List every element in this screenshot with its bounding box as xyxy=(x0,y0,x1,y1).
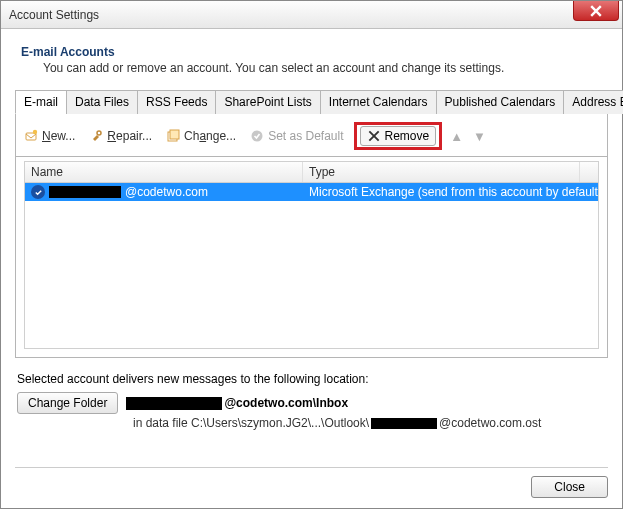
accounts-grid: Name Type @codetwo.com Microsoft Exchang… xyxy=(24,161,599,349)
tab-rss-feeds[interactable]: RSS Feeds xyxy=(137,90,216,114)
svg-point-5 xyxy=(252,131,263,142)
change-label: nge... xyxy=(206,129,236,143)
svg-point-1 xyxy=(33,130,37,134)
titlebar: Account Settings xyxy=(1,1,622,29)
tab-email[interactable]: E-mail xyxy=(15,90,67,114)
tab-address-books[interactable]: Address Books xyxy=(563,90,623,114)
new-label: ew... xyxy=(51,129,76,143)
section-heading: E-mail Accounts xyxy=(21,45,608,59)
svg-point-2 xyxy=(97,131,101,135)
change-button[interactable]: Change... xyxy=(162,127,240,145)
window-close-button[interactable] xyxy=(573,1,619,21)
new-label-u: N xyxy=(42,129,51,143)
tab-sharepoint-lists[interactable]: SharePoint Lists xyxy=(215,90,320,114)
tab-internet-calendars[interactable]: Internet Calendars xyxy=(320,90,437,114)
tab-strip: E-mail Data Files RSS Feeds SharePoint L… xyxy=(15,89,608,114)
repair-button[interactable]: Repair... xyxy=(85,127,156,145)
datafile-prefix: in data file C:\Users\szymon.JG2\...\Out… xyxy=(133,416,369,430)
close-icon xyxy=(590,5,602,17)
delivery-label: Selected account delivers new messages t… xyxy=(17,372,606,386)
delivery-section: Selected account delivers new messages t… xyxy=(15,372,608,430)
svg-rect-4 xyxy=(170,130,179,139)
default-account-icon xyxy=(31,185,45,199)
datafile-path: in data file C:\Users\szymon.JG2\...\Out… xyxy=(133,416,606,430)
location-suffix: @codetwo.com\Inbox xyxy=(224,396,348,410)
set-default-button: Set as Default xyxy=(246,127,347,145)
accounts-list-area: Name Type @codetwo.com Microsoft Exchang… xyxy=(15,157,608,358)
repair-icon xyxy=(89,129,103,143)
check-circle-icon xyxy=(250,129,264,143)
change-icon xyxy=(166,129,180,143)
col-spacer xyxy=(580,162,598,182)
account-settings-window: Account Settings E-mail Accounts You can… xyxy=(0,0,623,509)
remove-x-icon xyxy=(367,129,381,143)
set-default-label: Set as Default xyxy=(268,129,343,143)
delivery-location: @codetwo.com\Inbox xyxy=(126,396,348,410)
redacted-location xyxy=(126,397,222,410)
new-icon xyxy=(24,129,38,143)
remove-highlight: Remove xyxy=(354,122,443,150)
toolbar: New... Repair... Change... Set as Defaul… xyxy=(15,114,608,157)
close-button[interactable]: Close xyxy=(531,476,608,498)
remove-label: ove xyxy=(410,129,429,143)
move-down-icon: ▼ xyxy=(471,129,488,144)
redacted-name xyxy=(49,186,121,198)
section-subtext: You can add or remove an account. You ca… xyxy=(43,61,608,75)
change-folder-button[interactable]: Change Folder xyxy=(17,392,118,414)
grid-header: Name Type xyxy=(25,162,598,183)
account-name-suffix: @codetwo.com xyxy=(125,185,208,199)
tab-published-calendars[interactable]: Published Calendars xyxy=(436,90,565,114)
repair-label: epair... xyxy=(116,129,152,143)
account-type: Microsoft Exchange (send from this accou… xyxy=(303,184,598,200)
window-title: Account Settings xyxy=(9,8,99,22)
table-row[interactable]: @codetwo.com Microsoft Exchange (send fr… xyxy=(25,183,598,201)
datafile-suffix: @codetwo.com.ost xyxy=(439,416,541,430)
col-name[interactable]: Name xyxy=(25,162,303,182)
remove-button[interactable]: Remove xyxy=(360,126,437,146)
col-type[interactable]: Type xyxy=(303,162,580,182)
redacted-datafile xyxy=(371,418,437,429)
tab-data-files[interactable]: Data Files xyxy=(66,90,138,114)
move-up-icon: ▲ xyxy=(448,129,465,144)
dialog-footer: Close xyxy=(15,467,608,498)
new-button[interactable]: New... xyxy=(20,127,79,145)
